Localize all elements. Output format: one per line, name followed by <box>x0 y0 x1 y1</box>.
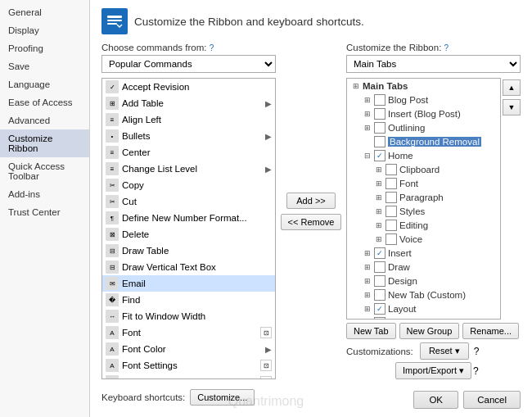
list-item[interactable]: ✂Cut <box>102 193 275 210</box>
tree-expand-icon[interactable]: ⊞ <box>362 277 373 285</box>
list-item[interactable]: ≡Change List Level▶ <box>102 161 275 177</box>
remove-button[interactable]: << Remove <box>281 214 342 230</box>
tree-expand-icon[interactable]: ⊞ <box>373 235 385 243</box>
tree-checkbox[interactable]: ✓ <box>374 317 385 320</box>
list-item[interactable]: AFont Color▶ <box>102 341 275 357</box>
tree-item[interactable]: ⊞Font <box>347 176 500 190</box>
list-item[interactable]: ↔Fit to Window Width <box>102 308 275 324</box>
tree-checkbox[interactable] <box>374 289 385 301</box>
list-item[interactable]: •Bullets▶ <box>102 128 275 144</box>
tree-expand-icon[interactable]: ⊞ <box>362 305 373 313</box>
sidebar-item-advanced[interactable]: Advanced <box>0 111 89 129</box>
tree-item[interactable]: ⊞Outlining <box>347 120 500 134</box>
list-item[interactable]: AFont⊡ <box>102 324 275 341</box>
tree-expand-icon[interactable]: ⊟ <box>362 152 373 160</box>
tree-item[interactable]: ⊞Styles <box>347 204 500 218</box>
sidebar-item-save[interactable]: Save <box>0 57 89 75</box>
customizations-help-icon[interactable]: ? <box>474 346 480 357</box>
sidebar-item-general[interactable]: General <box>0 3 89 21</box>
tree-expand-icon[interactable]: ⊞ <box>373 165 385 174</box>
tree-item[interactable]: ⊞Paragraph <box>347 190 500 204</box>
commands-list[interactable]: ✓Accept Revision⊞Add Table▶≡Align Left•B… <box>101 78 276 379</box>
tree-checkbox[interactable]: ✓ <box>374 150 385 161</box>
ok-button[interactable]: OK <box>413 391 458 409</box>
tree-checkbox[interactable] <box>385 206 397 217</box>
sidebar-item-proofing[interactable]: Proofing <box>0 39 89 57</box>
new-group-button[interactable]: New Group <box>399 323 460 339</box>
tree-item[interactable]: ⊞Editing <box>347 218 500 232</box>
commands-dropdown[interactable]: Popular CommandsAll CommandsCommands Not… <box>101 55 276 73</box>
tree-checkbox[interactable] <box>385 164 397 175</box>
move-down-button[interactable]: ▼ <box>503 99 521 116</box>
tree-expand-icon[interactable]: ⊞ <box>373 179 385 188</box>
list-item[interactable]: ⊠Delete <box>102 226 275 242</box>
tree-checkbox[interactable]: ✓ <box>374 247 385 259</box>
tree-item[interactable]: ⊞Insert (Blog Post) <box>347 107 500 120</box>
ribbon-dropdown[interactable]: Main TabsTool TabsAll Tabs <box>346 55 521 73</box>
list-item[interactable]: ⊞Add Table▶ <box>102 95 275 111</box>
list-item[interactable]: �Find <box>102 292 275 308</box>
tree-item[interactable]: ⊞Clipboard <box>347 162 500 176</box>
rename-button[interactable]: Rename... <box>462 323 519 339</box>
ribbon-tree[interactable]: ⊞Main Tabs⊞Blog Post⊞Insert (Blog Post)⊞… <box>346 78 501 320</box>
tree-expand-icon[interactable]: ⊞ <box>350 82 362 90</box>
sidebar-item-ease-of-access[interactable]: Ease of Access <box>0 93 89 111</box>
right-help-icon[interactable]: ? <box>444 43 449 52</box>
tree-checkbox[interactable] <box>385 233 397 245</box>
tree-expand-icon[interactable]: ⊞ <box>362 319 373 320</box>
list-item[interactable]: ⊟Draw Vertical Text Box <box>102 259 275 275</box>
tree-expand-icon[interactable]: ⊞ <box>362 249 373 257</box>
tree-item[interactable]: ⊞✓Layout <box>347 301 500 315</box>
list-item[interactable]: AFont Size⊡ <box>102 374 275 379</box>
tree-item[interactable]: ⊞Design <box>347 274 500 288</box>
tree-checkbox[interactable]: ✓ <box>374 303 385 315</box>
cancel-button[interactable]: Cancel <box>463 391 521 409</box>
add-button[interactable]: Add >> <box>286 193 336 209</box>
tree-checkbox[interactable] <box>374 261 385 273</box>
tree-checkbox[interactable] <box>374 94 385 106</box>
list-item[interactable]: ✉Email <box>102 275 275 292</box>
tree-checkbox[interactable] <box>374 136 385 147</box>
sidebar-item-customize-ribbon[interactable]: Customize Ribbon <box>0 129 89 157</box>
tree-expand-icon[interactable]: ⊞ <box>362 291 373 299</box>
tree-checkbox[interactable] <box>385 178 397 189</box>
tree-expand-icon[interactable]: ⊞ <box>373 207 385 215</box>
sidebar-item-trust-center[interactable]: Trust Center <box>0 203 89 221</box>
tree-checkbox[interactable] <box>374 275 385 287</box>
new-tab-button[interactable]: New Tab <box>346 323 396 339</box>
list-item[interactable]: ⊟Draw Table <box>102 242 275 259</box>
import-export-help-icon[interactable]: ? <box>473 365 479 377</box>
reset-button[interactable]: Reset ▾ <box>420 342 469 360</box>
tree-item[interactable]: ⊞Draw <box>347 260 500 274</box>
sidebar-item-display[interactable]: Display <box>0 21 89 39</box>
move-up-button[interactable]: ▲ <box>503 79 521 96</box>
tree-item[interactable]: ⊞Blog Post <box>347 93 500 107</box>
tree-item[interactable]: Background Removal <box>347 134 500 148</box>
tree-expand-icon[interactable]: ⊞ <box>362 96 373 104</box>
tree-item[interactable]: ⊞✓Insert <box>347 246 500 260</box>
tree-checkbox[interactable] <box>385 192 397 203</box>
tree-expand-icon[interactable]: ⊞ <box>362 124 373 132</box>
list-item[interactable]: ¶Define New Number Format... <box>102 210 275 226</box>
tree-expand-icon[interactable]: ⊞ <box>373 221 385 229</box>
sidebar-item-add-ins[interactable]: Add-ins <box>0 185 89 203</box>
list-item[interactable]: ≡Align Left <box>102 111 275 128</box>
tree-item[interactable]: ⊞New Tab (Custom) <box>347 288 500 301</box>
sidebar-item-language[interactable]: Language <box>0 75 89 93</box>
keyboard-customize-button[interactable]: Customize... <box>190 389 255 406</box>
tree-item[interactable]: ⊞✓References <box>347 315 500 320</box>
tree-item[interactable]: ⊞Main Tabs <box>347 79 500 93</box>
list-item[interactable]: AFont Settings⊡ <box>102 357 275 374</box>
tree-checkbox[interactable] <box>385 220 397 231</box>
tree-item[interactable]: ⊟✓Home <box>347 148 500 162</box>
tree-expand-icon[interactable]: ⊞ <box>362 263 373 271</box>
list-item[interactable]: ≡Center <box>102 144 275 161</box>
import-export-button[interactable]: Import/Export ▾ <box>395 362 471 379</box>
tree-checkbox[interactable] <box>374 122 385 134</box>
tree-expand-icon[interactable]: ⊞ <box>373 193 385 202</box>
tree-checkbox[interactable] <box>374 108 385 120</box>
tree-expand-icon[interactable]: ⊞ <box>362 110 373 118</box>
sidebar-item-quick-access-toolbar[interactable]: Quick Access Toolbar <box>0 157 89 185</box>
list-item[interactable]: ✂Copy <box>102 177 275 193</box>
list-item[interactable]: ✓Accept Revision <box>102 79 275 95</box>
